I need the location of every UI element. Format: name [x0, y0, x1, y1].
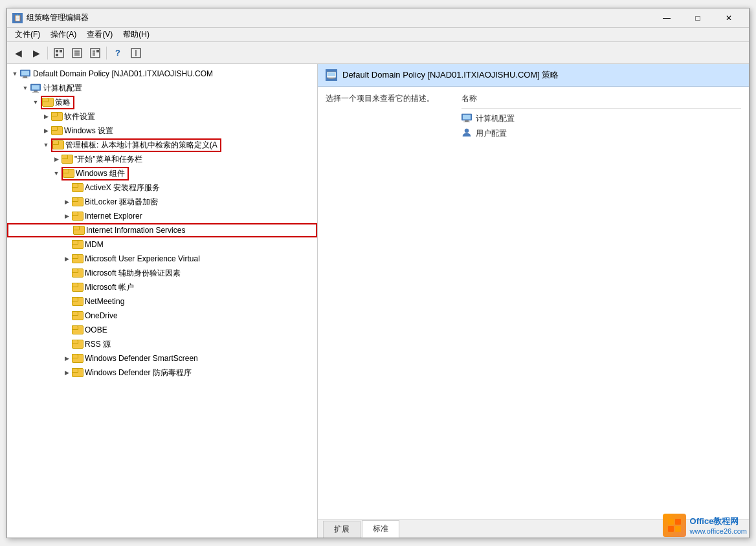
tree-row-software[interactable]: ▶ 软件设置	[7, 109, 317, 124]
ie-folder-icon	[72, 212, 82, 221]
tree-row-mdm[interactable]: ▶ MDM	[7, 237, 317, 252]
svg-rect-20	[32, 85, 39, 90]
window-icon: 📋	[12, 13, 23, 23]
start-folder-icon	[61, 155, 72, 164]
tree-row-start-menu[interactable]: ▶ "开始"菜单和任务栏	[7, 152, 317, 166]
svg-rect-2	[60, 50, 62, 52]
svg-rect-1	[56, 50, 58, 52]
right-list-label-user: 用户配置	[476, 128, 507, 139]
win-settings-expander[interactable]: ▶	[41, 126, 51, 136]
tree-row-onedrive[interactable]: ▶ OneDrive	[7, 309, 317, 323]
tree-node-admin-templates: ▼ 管理模板: 从本地计算机中检索的策略定义(A	[7, 138, 317, 380]
wincomp-expander[interactable]: ▼	[51, 168, 61, 179]
tree-row-win-defender-ss[interactable]: ▶ Windows Defender SmartScreen	[7, 351, 317, 366]
help-toolbar-button[interactable]: ?	[109, 45, 126, 61]
tree-row-oobe[interactable]: ▶ OOBE	[7, 323, 317, 337]
start-expander[interactable]: ▶	[51, 154, 61, 164]
svg-rect-28	[463, 115, 471, 120]
toolbar-btn-5[interactable]	[128, 45, 144, 61]
bitlocker-expander[interactable]: ▶	[61, 197, 72, 207]
tree-label-windows-settings: Windows 设置	[64, 126, 113, 136]
tree-row-windows-components[interactable]: ▼ Windows 组件	[7, 166, 317, 180]
tree-row-root[interactable]: ▼ Default Domain Policy [NJAD01.ITXIAOJI…	[7, 67, 317, 81]
ie-expander[interactable]: ▶	[61, 211, 72, 221]
root-expander[interactable]: ▼	[10, 69, 20, 79]
tree-pane[interactable]: ▼ Default Domain Policy [NJAD01.ITXIAOJI…	[7, 64, 318, 538]
title-bar: 📋 组策略管理编辑器 — □ ✕	[7, 8, 749, 28]
mdm-folder-icon	[72, 240, 82, 249]
tree-row-computer-config[interactable]: ▼ 计算机配置	[7, 81, 317, 95]
toolbar-btn-1[interactable]	[50, 45, 67, 61]
tree-label-root: Default Domain Policy [NJAD01.ITXIAOJISH…	[33, 69, 213, 78]
tree-node-oobe: ▶ OOBE	[7, 323, 317, 337]
tree-node-policy: ▼ 策略 ▶	[7, 95, 317, 380]
policy-highlight: 策略	[41, 96, 74, 109]
policy-folder-icon	[42, 98, 52, 107]
software-expander[interactable]: ▶	[41, 111, 51, 122]
bitlocker-folder-icon	[72, 197, 82, 206]
activex-folder-icon	[72, 183, 82, 192]
tree-row-iis[interactable]: ▶ Internet Information Services	[7, 223, 317, 237]
wincomp-folder-icon	[63, 169, 73, 178]
right-list-item-computer[interactable]: 计算机配置	[461, 111, 741, 126]
menu-bar: 文件(F) 操作(A) 查看(V) 帮助(H)	[7, 28, 749, 42]
tree-label-onedrive: OneDrive	[85, 311, 118, 320]
watermark: Office教程网 www.office26.com	[663, 514, 747, 537]
tree-row-policy[interactable]: ▼ 策略	[7, 95, 317, 109]
ms-account-folder-icon	[72, 283, 82, 292]
svg-rect-35	[675, 526, 681, 532]
window-title: 组策略管理编辑器	[27, 12, 652, 23]
win-defender-av-expander[interactable]: ▶	[61, 367, 72, 378]
tree-row-netmeeting[interactable]: ▶ NetMeeting	[7, 294, 317, 309]
right-pane-header: Default Domain Policy [NJAD01.ITXIAOJISH…	[318, 64, 749, 87]
tree-row-windows-settings[interactable]: ▶ Windows 设置	[7, 124, 317, 138]
menu-view[interactable]: 查看(V)	[82, 28, 118, 41]
toolbar-btn-3[interactable]	[87, 45, 104, 61]
tab-expand[interactable]: 扩展	[323, 521, 361, 538]
win-defender-av-folder-icon	[72, 368, 82, 377]
tree-node-rss: ▶ RSS 源	[7, 337, 317, 351]
tree-row-admin-templates[interactable]: ▼ 管理模板: 从本地计算机中检索的策略定义(A	[7, 138, 317, 152]
ms-user-exp-expander[interactable]: ▶	[61, 254, 72, 264]
svg-rect-26	[328, 79, 335, 80]
computer-config-expander[interactable]: ▼	[20, 83, 30, 93]
menu-action[interactable]: 操作(A)	[45, 28, 82, 41]
svg-rect-3	[56, 54, 58, 56]
close-button[interactable]: ✕	[714, 8, 744, 28]
toolbar-btn-2[interactable]	[69, 45, 85, 61]
admin-expander[interactable]: ▼	[41, 140, 51, 150]
admin-folder-icon	[52, 140, 63, 149]
tree-label-ms-account: Microsoft 帐户	[85, 282, 134, 293]
tree-row-bitlocker[interactable]: ▶ BitLocker 驱动器加密	[7, 195, 317, 209]
tree-row-rss[interactable]: ▶ RSS 源	[7, 337, 317, 351]
svg-rect-34	[668, 526, 674, 532]
svg-rect-22	[32, 92, 39, 93]
tree-row-ms-auth[interactable]: ▶ Microsoft 辅助身份验证因素	[7, 266, 317, 280]
tree-row-ms-user-exp[interactable]: ▶ Microsoft User Experience Virtual	[7, 252, 317, 266]
win-defender-ss-expander[interactable]: ▶	[61, 353, 72, 364]
right-list-item-user[interactable]: 用户配置	[461, 126, 741, 141]
admin-templates-highlight: 管理模板: 从本地计算机中检索的策略定义(A	[51, 138, 221, 152]
tab-standard[interactable]: 标准	[362, 520, 399, 538]
minimize-button[interactable]: —	[652, 8, 682, 28]
rss-folder-icon	[72, 340, 82, 349]
tree-label-oobe: OOBE	[85, 325, 107, 334]
maximize-button[interactable]: □	[683, 8, 713, 28]
tree-node-bitlocker: ▶ BitLocker 驱动器加密	[7, 195, 317, 209]
forward-button[interactable]: ▶	[28, 45, 45, 61]
tree-row-win-defender-av[interactable]: ▶ Windows Defender 防病毒程序	[7, 366, 317, 380]
menu-file[interactable]: 文件(F)	[10, 28, 45, 41]
tree-label-iis: Internet Information Services	[86, 226, 185, 235]
iis-folder-icon	[73, 226, 83, 235]
toolbar-sep2	[106, 47, 107, 60]
right-list-computer-icon	[461, 113, 472, 124]
policy-expander[interactable]: ▼	[30, 97, 41, 107]
right-list-label-computer: 计算机配置	[476, 113, 515, 124]
menu-help[interactable]: 帮助(H)	[118, 28, 155, 41]
tree-row-ie[interactable]: ▶ Internet Explorer	[7, 209, 317, 223]
tree-row-ms-account[interactable]: ▶ Microsoft 帐户	[7, 280, 317, 294]
back-button[interactable]: ◀	[10, 45, 27, 61]
tree-row-activex[interactable]: ▶ ActiveX 安装程序服务	[7, 180, 317, 195]
tree-root: ▼ Default Domain Policy [NJAD01.ITXIAOJI…	[7, 64, 317, 382]
svg-rect-17	[23, 76, 27, 78]
